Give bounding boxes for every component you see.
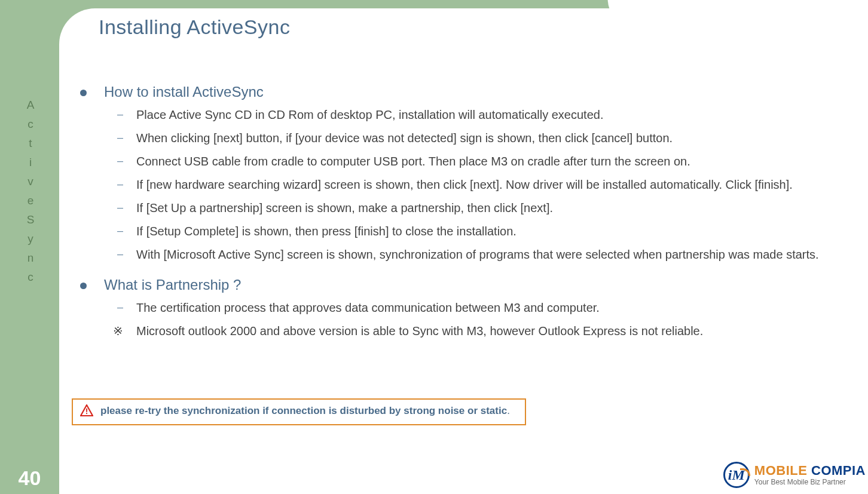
- svg-rect-1: [86, 413, 87, 414]
- section-1-list: Place Active Sync CD in CD Rom of deskto…: [72, 106, 855, 263]
- logo-badge-icon: iM: [723, 462, 750, 488]
- page-number: 40: [0, 462, 59, 494]
- brand-logo: iM MOBILE COMPIA Your Best Mobile Biz Pa…: [723, 462, 866, 488]
- section-1: How to install ActiveSync: [72, 84, 855, 100]
- logo-text: MOBILE COMPIA Your Best Mobile Biz Partn…: [754, 464, 866, 486]
- section-2: What is Partnership ?: [72, 277, 855, 293]
- sidebar-char: n: [16, 248, 45, 268]
- slide: A c t i v e S y n c 40 Installing Active…: [0, 0, 868, 494]
- warning-text: please re-try the synchronization if con…: [100, 404, 518, 418]
- sidebar-char: e: [16, 191, 45, 210]
- sidebar-char: t: [16, 134, 45, 153]
- warning-msg: please re-try the synchronization if con…: [100, 405, 507, 416]
- list-item: If [new hardware searching wizard] scree…: [72, 176, 855, 194]
- content-area: How to install ActiveSync Place Active S…: [72, 84, 855, 353]
- note-item: Microsoft outlook 2000 and above version…: [72, 323, 855, 340]
- sidebar-char: c: [16, 268, 45, 287]
- warning-period: .: [507, 405, 510, 416]
- svg-rect-0: [86, 409, 87, 412]
- sidebar-char: S: [16, 210, 45, 229]
- list-item: Place Active Sync CD in CD Rom of deskto…: [72, 106, 855, 124]
- warning-box: please re-try the synchronization if con…: [72, 398, 526, 425]
- slide-title: Installing ActiveSync: [99, 16, 290, 39]
- sidebar-char: c: [16, 115, 45, 134]
- list-item: Connect USB cable from cradle to compute…: [72, 153, 855, 170]
- section-2-heading: What is Partnership ?: [104, 277, 855, 293]
- sidebar-char: A: [16, 96, 45, 115]
- card-corner: [59, 8, 95, 56]
- list-item: If [Setup Complete] is shown, then press…: [72, 223, 855, 240]
- logo-word-1: MOBILE: [754, 463, 811, 478]
- logo-word-2: COMPIA: [811, 463, 866, 478]
- section-1-heading: How to install ActiveSync: [104, 84, 855, 100]
- section-2-list: The certification process that approves …: [72, 299, 855, 340]
- sidebar-char: v: [16, 172, 45, 191]
- list-item: With [Microsoft Active Sync] screen is s…: [72, 246, 855, 263]
- logo-line1: MOBILE COMPIA: [754, 464, 866, 477]
- logo-tagline: Your Best Mobile Biz Partner: [754, 478, 866, 486]
- sidebar-vertical-label: A c t i v e S y n c: [16, 96, 45, 287]
- top-right-swoosh: [578, 0, 868, 54]
- sidebar-char: i: [16, 153, 45, 172]
- list-item: The certification process that approves …: [72, 299, 855, 317]
- sidebar-char: y: [16, 229, 45, 248]
- list-item: When clicking [next] button, if [your de…: [72, 130, 855, 147]
- warning-icon: [80, 404, 93, 416]
- list-item: If [Set Up a partnership] screen is show…: [72, 200, 855, 217]
